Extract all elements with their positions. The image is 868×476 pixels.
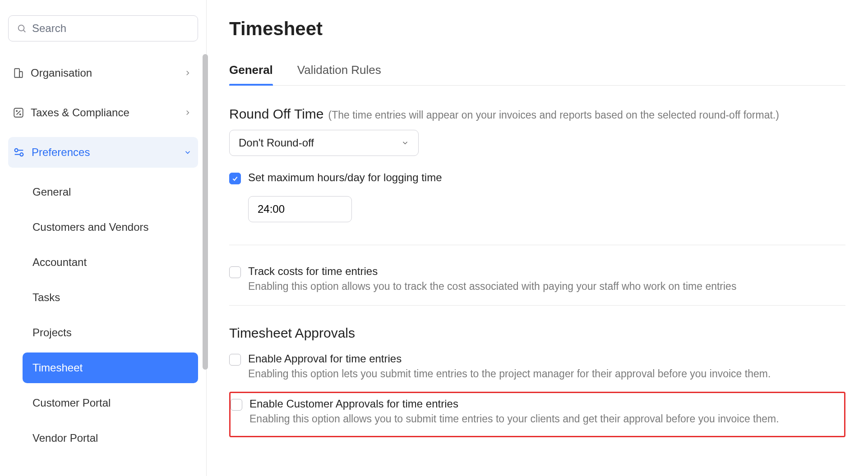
main-content: Timesheet General Validation Rules Round…	[207, 0, 868, 476]
enable-approval-desc: Enabling this option lets you submit tim…	[248, 368, 771, 380]
scrollbar[interactable]	[203, 54, 208, 370]
max-hours-input[interactable]	[248, 196, 352, 222]
sidebar-item-organisation[interactable]: Organisation	[8, 58, 198, 88]
preferences-subnav: General Customers and Vendors Accountant…	[8, 177, 198, 453]
customer-approval-label: Enable Customer Approvals for time entri…	[249, 398, 779, 410]
track-costs-checkbox[interactable]	[229, 266, 241, 278]
chevron-right-icon	[184, 109, 192, 117]
svg-point-8	[15, 149, 18, 152]
svg-point-10	[20, 153, 23, 156]
divider	[229, 305, 845, 306]
track-costs-desc: Enabling this option allows you to track…	[248, 280, 736, 293]
customer-approval-checkbox[interactable]	[231, 399, 242, 411]
subnav-timesheet[interactable]: Timesheet	[23, 352, 198, 383]
tab-validation-rules[interactable]: Validation Rules	[297, 63, 381, 85]
percent-icon	[13, 107, 24, 119]
chevron-down-icon	[184, 148, 192, 156]
subnav-accountant[interactable]: Accountant	[23, 247, 198, 278]
round-off-hint: (The time entries will appear on your in…	[328, 109, 779, 121]
subnav-customer-portal[interactable]: Customer Portal	[23, 388, 198, 418]
customer-approval-desc: Enabling this option allows you to submi…	[249, 413, 779, 425]
track-costs-label: Track costs for time entries	[248, 265, 736, 278]
svg-line-1	[23, 30, 25, 32]
round-off-select[interactable]: Don't Round-off	[229, 130, 419, 156]
svg-rect-3	[19, 72, 22, 78]
sidebar-item-taxes[interactable]: Taxes & Compliance	[8, 97, 198, 128]
search-input[interactable]	[32, 22, 189, 35]
svg-point-7	[20, 114, 21, 115]
subnav-general[interactable]: General	[23, 177, 198, 207]
tab-general[interactable]: General	[229, 63, 273, 85]
customer-approval-highlight: Enable Customer Approvals for time entri…	[229, 392, 845, 437]
round-off-value: Don't Round-off	[239, 137, 314, 149]
sidebar-item-label: Preferences	[32, 146, 90, 159]
chevron-down-icon	[401, 139, 409, 147]
approvals-title: Timesheet Approvals	[229, 325, 845, 341]
subnav-projects[interactable]: Projects	[23, 317, 198, 348]
building-icon	[13, 67, 24, 79]
enable-approval-checkbox[interactable]	[229, 354, 241, 366]
chevron-right-icon	[184, 69, 192, 77]
tabs: General Validation Rules	[229, 63, 845, 86]
round-off-title: Round Off Time	[229, 106, 324, 122]
sliders-icon	[13, 146, 25, 159]
svg-rect-2	[14, 69, 19, 78]
max-hours-label: Set maximum hours/day for logging time	[248, 171, 442, 184]
sidebar-item-label: Taxes & Compliance	[31, 106, 129, 119]
subnav-vendor-portal[interactable]: Vendor Portal	[23, 423, 198, 453]
search-icon	[17, 23, 27, 33]
page-title: Timesheet	[229, 18, 845, 40]
svg-point-0	[18, 25, 24, 31]
divider	[229, 245, 845, 245]
check-icon	[231, 175, 239, 182]
sidebar-item-label: Organisation	[31, 67, 92, 79]
max-hours-checkbox[interactable]	[229, 173, 241, 184]
subnav-tasks[interactable]: Tasks	[23, 282, 198, 313]
svg-point-6	[16, 110, 17, 111]
settings-sidebar: Organisation Taxes & Compliance Preferen…	[0, 0, 207, 476]
sidebar-item-preferences[interactable]: Preferences	[8, 137, 198, 168]
subnav-customers-vendors[interactable]: Customers and Vendors	[23, 212, 198, 243]
enable-approval-label: Enable Approval for time entries	[248, 352, 771, 365]
search-field[interactable]	[8, 15, 198, 41]
